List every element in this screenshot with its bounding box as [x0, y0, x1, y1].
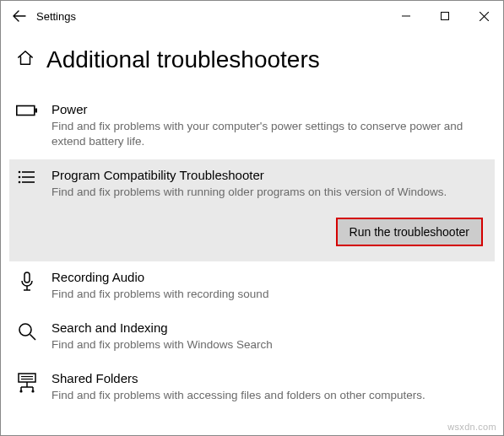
troubleshooter-desc: Find and fix problems with accessing fil…	[51, 388, 488, 403]
maximize-icon	[441, 12, 449, 20]
close-button[interactable]	[464, 3, 503, 30]
svg-line-16	[30, 334, 36, 340]
troubleshooter-desc: Find and fix problems with Windows Searc…	[51, 337, 488, 353]
troubleshooter-program-compatibility[interactable]: Program Compatibility Troubleshooter Fin…	[9, 159, 495, 261]
minimize-button[interactable]	[387, 3, 425, 30]
shared-folder-icon	[16, 371, 38, 393]
titlebar: Settings	[1, 1, 503, 31]
troubleshooter-power[interactable]: Power Find and fix problems with your co…	[9, 94, 495, 159]
troubleshooter-desc: Find and fix problems with your computer…	[51, 119, 488, 149]
list-icon	[16, 168, 38, 185]
svg-rect-12	[24, 272, 30, 283]
maximize-button[interactable]	[425, 3, 464, 30]
svg-rect-1	[442, 13, 449, 20]
troubleshooter-title: Power	[51, 102, 488, 116]
svg-rect-17	[19, 374, 35, 382]
troubleshooter-title: Recording Audio	[51, 270, 488, 284]
svg-point-25	[31, 390, 34, 392]
window-title: Settings	[36, 10, 387, 23]
svg-rect-4	[17, 106, 35, 116]
minimize-icon	[402, 12, 410, 20]
page-heading-row: Additional troubleshooters	[16, 46, 488, 73]
back-button[interactable]	[8, 4, 31, 28]
svg-rect-5	[35, 109, 38, 113]
svg-point-24	[19, 390, 22, 392]
svg-point-8	[19, 176, 21, 179]
window-controls	[387, 3, 503, 30]
troubleshooter-desc: Find and fix problems with running older…	[51, 185, 488, 200]
troubleshooter-search-indexing[interactable]: Search and Indexing Find and fix problem…	[9, 312, 495, 363]
battery-icon	[16, 102, 38, 117]
arrow-left-icon	[13, 9, 26, 23]
troubleshooter-desc: Find and fix problems with recording sou…	[51, 287, 488, 302]
search-icon	[16, 320, 38, 341]
page-title: Additional troubleshooters	[46, 46, 320, 73]
home-icon	[16, 49, 35, 71]
svg-point-15	[19, 324, 31, 336]
microphone-icon	[16, 270, 38, 293]
troubleshooter-title: Search and Indexing	[51, 320, 488, 335]
run-troubleshooter-button[interactable]: Run the troubleshooter	[336, 218, 483, 246]
svg-point-6	[19, 171, 21, 174]
content-area: Additional troubleshooters Power Find an…	[1, 46, 503, 413]
troubleshooter-recording-audio[interactable]: Recording Audio Find and fix problems wi…	[9, 261, 495, 312]
troubleshooter-title: Program Compatibility Troubleshooter	[51, 168, 488, 182]
close-icon	[480, 12, 489, 21]
troubleshooter-shared-folders[interactable]: Shared Folders Find and fix problems wit…	[9, 363, 495, 413]
svg-point-10	[19, 181, 21, 184]
troubleshooter-title: Shared Folders	[51, 371, 488, 385]
watermark: wsxdn.com	[447, 422, 496, 432]
